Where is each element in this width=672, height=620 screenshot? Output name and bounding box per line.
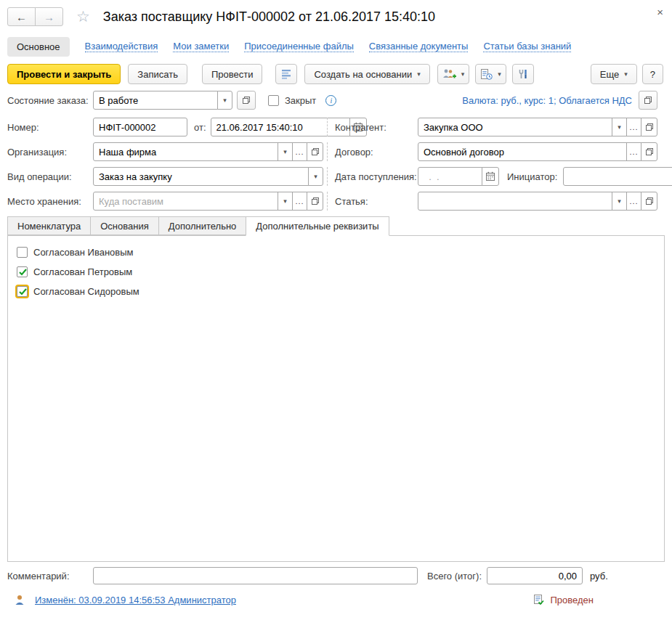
- approved-sidorov-checkbox[interactable]: [17, 286, 28, 297]
- modified-link[interactable]: Изменён: 03.09.2019 14:56:53 Администрат…: [35, 595, 236, 605]
- article-input[interactable]: [418, 192, 612, 211]
- back-button[interactable]: ←: [7, 7, 36, 26]
- approved-ivanov-checkbox[interactable]: [17, 247, 28, 258]
- article-dropdown-button[interactable]: ▾: [612, 192, 627, 211]
- currency-link[interactable]: Валюта: руб., курс: 1; Облагается НДС: [462, 95, 632, 106]
- open-icon: [311, 147, 320, 156]
- article-field-group: ▾ ...: [418, 192, 657, 211]
- additional-attributes-panel: Согласован Ивановым Согласован Петровым …: [7, 235, 665, 562]
- order-status-open-button[interactable]: [237, 91, 256, 110]
- tab-main[interactable]: Основное: [7, 37, 70, 57]
- total-currency-label: руб.: [590, 571, 608, 582]
- form-row-number: Номер: от:: [7, 118, 657, 136]
- post-and-close-button[interactable]: Провести и закрыть: [7, 64, 121, 84]
- organization-input[interactable]: [93, 142, 278, 161]
- ellipsis-icon: ...: [629, 124, 638, 130]
- tab-nomenclature[interactable]: Номенклатура: [7, 216, 91, 235]
- chevron-down-icon: ▾: [624, 70, 628, 78]
- total-input[interactable]: [487, 567, 583, 584]
- organization-label: Организация:: [7, 147, 93, 158]
- open-icon: [645, 147, 654, 156]
- order-status-input[interactable]: [93, 91, 218, 110]
- create-based-on-button[interactable]: Создать на основании ▾: [304, 64, 429, 84]
- chevron-down-icon: ▾: [417, 70, 421, 78]
- contract-choose-button[interactable]: ...: [626, 142, 641, 161]
- organization-choose-button[interactable]: ...: [292, 142, 307, 161]
- history-buttons: ← →: [7, 7, 63, 26]
- open-icon: [645, 123, 654, 131]
- approved-petrov-checkbox[interactable]: [17, 266, 28, 277]
- tab-grounds[interactable]: Основания: [90, 216, 159, 235]
- create-task-button[interactable]: ▾: [475, 64, 506, 84]
- contract-input[interactable]: [418, 142, 627, 161]
- tab-additional-attributes[interactable]: Дополнительные реквизиты: [246, 216, 389, 236]
- ellipsis-icon: ...: [295, 149, 304, 155]
- contract-open-button[interactable]: [641, 142, 657, 161]
- change-form-button[interactable]: [512, 64, 534, 84]
- initiator-label: Инициатор:: [507, 171, 557, 182]
- assign-performer-button[interactable]: ▾: [437, 64, 470, 84]
- comment-input[interactable]: [93, 567, 418, 584]
- close-icon[interactable]: ×: [657, 6, 663, 18]
- order-status-label: Состояние заказа:: [7, 95, 93, 106]
- article-open-button[interactable]: [641, 192, 657, 211]
- counterparty-open-button[interactable]: [641, 118, 657, 136]
- tab-additional[interactable]: Дополнительно: [158, 216, 247, 235]
- counterparty-dropdown-button[interactable]: ▾: [612, 118, 627, 136]
- document-header-form: Номер: от:: [0, 118, 672, 211]
- more-label: Еще: [600, 69, 619, 80]
- report-button[interactable]: [275, 64, 297, 84]
- favorite-star-icon[interactable]: ☆: [76, 8, 90, 25]
- counterparty-choose-button[interactable]: ...: [626, 118, 641, 136]
- tab-interactions[interactable]: Взаимодействия: [85, 41, 158, 52]
- approval-label: Согласован Ивановым: [33, 247, 133, 258]
- storage-place-dropdown-button[interactable]: ▾: [278, 192, 293, 211]
- operation-kind-dropdown-button[interactable]: ▾: [308, 167, 323, 186]
- order-status-dropdown-button[interactable]: ▾: [217, 91, 232, 110]
- organization-field-group: ▾ ...: [93, 142, 323, 161]
- number-input[interactable]: [93, 118, 187, 136]
- tools-icon: [517, 68, 529, 80]
- open-icon: [645, 197, 654, 205]
- forward-button[interactable]: →: [35, 7, 63, 26]
- operation-kind-label: Вид операции:: [7, 171, 93, 182]
- more-button[interactable]: Еще ▾: [591, 64, 637, 84]
- tab-related-documents[interactable]: Связанные документы: [369, 41, 469, 52]
- tab-knowledge-base[interactable]: Статьи базы знаний: [483, 41, 571, 52]
- receipt-date-picker-button[interactable]: [482, 167, 499, 186]
- help-button[interactable]: ?: [642, 64, 663, 84]
- write-button[interactable]: Записать: [128, 64, 187, 84]
- comment-label: Комментарий:: [7, 571, 93, 582]
- currency-open-button[interactable]: [639, 91, 657, 110]
- organization-dropdown-button[interactable]: ▾: [278, 142, 293, 161]
- receipt-date-input[interactable]: [418, 167, 482, 186]
- post-button[interactable]: Провести: [202, 64, 263, 84]
- closed-label: Закрыт: [285, 95, 316, 106]
- form-row-storage: Место хранения: ▾ ... Статья: ▾ ...: [7, 192, 657, 211]
- tab-my-notes[interactable]: Мои заметки: [173, 41, 229, 52]
- order-status-field-group: ▾: [93, 91, 232, 110]
- posted-document-icon: [533, 594, 544, 605]
- user-icon: [15, 595, 25, 605]
- operation-kind-input[interactable]: [93, 167, 309, 186]
- organization-open-button[interactable]: [307, 142, 323, 161]
- chevron-down-icon: ▾: [618, 197, 621, 205]
- title-bar: ← → ☆ Заказ поставщику НФІТ-000002 от 21…: [0, 0, 672, 33]
- chevron-down-icon: ▾: [314, 173, 317, 180]
- tab-attached-files[interactable]: Присоединенные файлы: [244, 41, 354, 52]
- article-choose-button[interactable]: ...: [626, 192, 641, 211]
- closed-checkbox[interactable]: [268, 95, 279, 106]
- open-icon: [242, 96, 251, 105]
- counterparty-input[interactable]: [418, 118, 612, 136]
- info-icon[interactable]: i: [325, 95, 336, 106]
- storage-place-choose-button[interactable]: ...: [292, 192, 307, 211]
- storage-place-open-button[interactable]: [307, 192, 323, 211]
- receipt-date-field-group: [418, 167, 499, 186]
- arrow-left-icon: ←: [16, 11, 27, 23]
- contract-label: Договор:: [328, 147, 418, 158]
- initiator-input[interactable]: [563, 167, 672, 186]
- open-icon: [311, 197, 320, 205]
- storage-place-input[interactable]: [93, 192, 278, 211]
- contract-field-group: ...: [418, 142, 657, 161]
- calendar-icon: [485, 171, 495, 181]
